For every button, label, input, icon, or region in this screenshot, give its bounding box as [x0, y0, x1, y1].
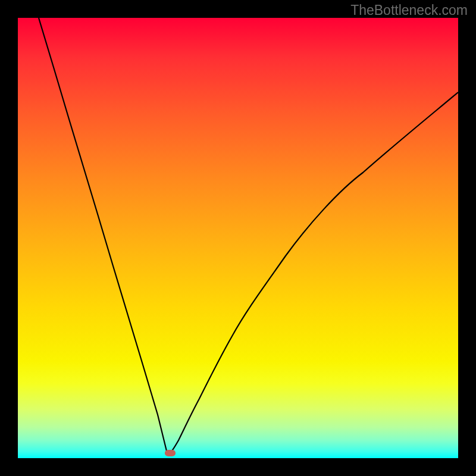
curve-svg — [18, 18, 458, 458]
min-marker — [165, 450, 176, 456]
watermark-text: TheBottleneck.com — [350, 2, 468, 18]
chart-container: TheBottleneck.com — [0, 0, 476, 476]
plot-area — [18, 18, 458, 458]
bottleneck-curve — [39, 18, 458, 453]
